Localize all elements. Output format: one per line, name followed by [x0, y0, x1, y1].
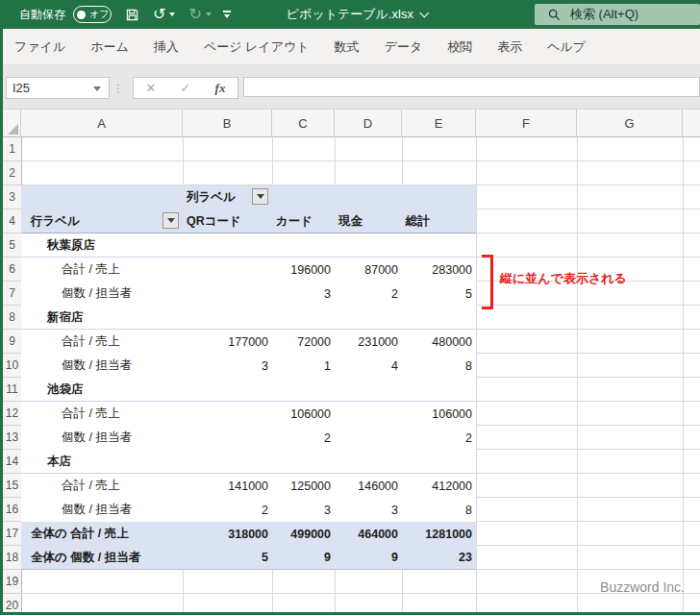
cell[interactable]: [183, 450, 272, 473]
row-header[interactable]: 19: [3, 570, 21, 594]
value-cell[interactable]: 464000: [335, 522, 402, 546]
cell[interactable]: [21, 185, 183, 209]
column-labels-filter-button[interactable]: [252, 188, 268, 205]
value-cell[interactable]: 3: [335, 498, 402, 522]
row-header[interactable]: 8: [3, 306, 21, 330]
column-header-partial[interactable]: [683, 109, 700, 137]
value-cell[interactable]: 106000: [272, 402, 335, 426]
autosave-toggle[interactable]: オフ: [73, 6, 112, 23]
row-header[interactable]: 4: [3, 209, 21, 234]
cell[interactable]: [272, 378, 335, 401]
row-header[interactable]: 11: [3, 378, 21, 402]
column-header-e[interactable]: E: [402, 109, 476, 137]
row-header[interactable]: 1: [3, 137, 21, 161]
row-header[interactable]: 16: [3, 498, 21, 522]
row-header[interactable]: 3: [3, 185, 21, 209]
tab-review[interactable]: 校閲: [435, 29, 485, 64]
formula-input[interactable]: [243, 77, 700, 97]
column-header-f[interactable]: F: [476, 109, 577, 137]
name-box-dropdown-icon[interactable]: [93, 86, 101, 91]
cell[interactable]: [272, 234, 335, 257]
value-cell[interactable]: [183, 402, 272, 426]
value-cell[interactable]: 1: [272, 354, 335, 378]
row-header[interactable]: 2: [3, 161, 21, 185]
value-cell[interactable]: 8: [402, 354, 476, 378]
pivot-col-qr[interactable]: QRコード: [183, 209, 272, 233]
metric-label-cell[interactable]: 個数 / 担当者: [21, 426, 183, 450]
value-cell[interactable]: 231000: [335, 330, 402, 354]
undo-dropdown-icon[interactable]: [169, 12, 175, 16]
value-cell[interactable]: 2: [183, 498, 272, 522]
tab-help[interactable]: ヘルプ: [535, 29, 598, 64]
metric-label-cell[interactable]: 合計 / 売上: [21, 402, 183, 426]
name-box[interactable]: I25: [6, 77, 110, 99]
value-cell[interactable]: 5: [402, 282, 476, 306]
store-name-cell[interactable]: 池袋店: [21, 378, 183, 401]
row-header[interactable]: 12: [3, 402, 21, 426]
store-name-cell[interactable]: 秋葉原店: [21, 234, 183, 257]
cell[interactable]: [183, 378, 272, 401]
value-cell[interactable]: 9: [272, 546, 335, 569]
tab-data[interactable]: データ: [372, 29, 436, 64]
value-cell[interactable]: 72000: [272, 330, 335, 354]
pivot-row-labels-header[interactable]: 行ラベル: [21, 209, 183, 233]
tab-insert[interactable]: 挿入: [141, 29, 191, 64]
value-cell[interactable]: 177000: [183, 330, 272, 354]
cell[interactable]: [335, 234, 402, 257]
cancel-button[interactable]: ✕: [146, 81, 157, 95]
column-header-a[interactable]: A: [21, 109, 183, 137]
value-cell[interactable]: 9: [335, 546, 402, 569]
value-cell[interactable]: 196000: [272, 258, 335, 282]
cell[interactable]: [272, 450, 335, 473]
value-cell[interactable]: 8: [402, 498, 476, 522]
select-all-button[interactable]: [3, 109, 21, 137]
metric-label-cell[interactable]: 合計 / 売上: [21, 474, 183, 498]
row-header[interactable]: 14: [3, 450, 21, 474]
value-cell[interactable]: 3: [183, 354, 272, 378]
row-header[interactable]: 7: [3, 282, 21, 306]
cell[interactable]: [335, 306, 402, 329]
value-cell[interactable]: [335, 402, 402, 426]
cell[interactable]: [335, 450, 402, 473]
metric-label-cell[interactable]: 合計 / 売上: [21, 258, 183, 282]
value-cell[interactable]: 106000: [402, 402, 476, 426]
grand-total-label-cell[interactable]: 全体の 合計 / 売上: [21, 522, 183, 546]
value-cell[interactable]: [183, 258, 272, 282]
column-header-c[interactable]: C: [272, 109, 335, 137]
row-header[interactable]: 17: [3, 522, 21, 546]
value-cell[interactable]: 2: [335, 282, 402, 306]
cell[interactable]: [402, 306, 476, 329]
cell[interactable]: [335, 378, 402, 401]
cell[interactable]: [402, 450, 476, 473]
row-labels-filter-button[interactable]: [162, 212, 179, 229]
metric-label-cell[interactable]: 個数 / 担当者: [21, 354, 183, 378]
value-cell[interactable]: 23: [402, 546, 476, 569]
undo-button[interactable]: ↺: [153, 7, 175, 22]
cell[interactable]: [335, 185, 402, 209]
value-cell[interactable]: 1281000: [402, 522, 476, 546]
column-header-b[interactable]: B: [183, 109, 272, 137]
value-cell[interactable]: 2: [272, 426, 335, 450]
row-header[interactable]: 9: [3, 330, 21, 354]
row-header[interactable]: 15: [3, 474, 21, 498]
value-cell[interactable]: 125000: [272, 474, 335, 498]
row-header[interactable]: 6: [3, 258, 21, 282]
row-header[interactable]: 18: [3, 546, 21, 570]
pivot-col-card[interactable]: カード: [272, 209, 335, 233]
metric-label-cell[interactable]: 個数 / 担当者: [21, 498, 183, 522]
row-header[interactable]: 10: [3, 354, 21, 378]
grand-total-label-cell[interactable]: 全体の 個数 / 担当者: [21, 546, 183, 569]
value-cell[interactable]: 3: [272, 282, 335, 306]
cell[interactable]: [402, 378, 476, 401]
value-cell[interactable]: 480000: [402, 330, 476, 354]
tab-home[interactable]: ホーム: [78, 29, 141, 64]
save-button[interactable]: [125, 8, 139, 22]
cell[interactable]: [402, 185, 476, 209]
metric-label-cell[interactable]: 個数 / 担当者: [21, 282, 183, 306]
store-name-cell[interactable]: 本店: [21, 450, 183, 473]
value-cell[interactable]: 141000: [183, 474, 272, 498]
pivot-col-cash[interactable]: 現金: [335, 209, 402, 233]
tab-page-layout[interactable]: ページ レイアウト: [191, 29, 322, 64]
pivot-col-total[interactable]: 総計: [402, 209, 476, 233]
insert-function-button[interactable]: fx: [215, 81, 226, 96]
